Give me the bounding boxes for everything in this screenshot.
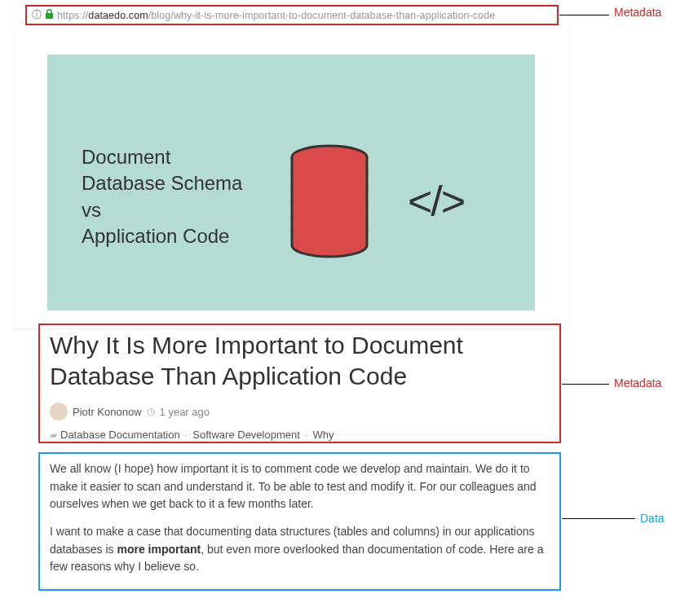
hero-text: Document Database Schema vs Application … bbox=[82, 144, 242, 250]
article-title: Why It Is More Important to Document Dat… bbox=[50, 330, 550, 391]
connector-line bbox=[559, 15, 609, 15]
byline: Piotr Kononow ◷ 1 year ago bbox=[50, 403, 550, 420]
tag-icon: ▰ bbox=[50, 429, 57, 441]
paragraph: We all know (I hope) how important it is… bbox=[50, 460, 550, 513]
publish-time: 1 year ago bbox=[160, 406, 210, 418]
tag-link[interactable]: Database Documentation bbox=[60, 429, 180, 441]
annotation-label-data: Data bbox=[640, 512, 665, 525]
tags-row: ▰ Database Documentation · Software Deve… bbox=[50, 429, 550, 441]
connector-line bbox=[562, 384, 609, 385]
lock-icon bbox=[45, 9, 54, 21]
database-icon bbox=[285, 144, 373, 258]
article-body: We all know (I hope) how important it is… bbox=[38, 452, 561, 591]
author-name[interactable]: Piotr Kononow bbox=[73, 406, 142, 418]
avatar bbox=[50, 403, 68, 420]
paragraph: I want to make a case that documenting d… bbox=[50, 523, 550, 576]
tag-link[interactable]: Software Development bbox=[192, 429, 300, 441]
article-card: Document Database Schema vs Application … bbox=[15, 29, 569, 328]
hero-banner: Document Database Schema vs Application … bbox=[47, 55, 535, 310]
connector-line bbox=[562, 518, 635, 519]
annotation-label-metadata: Metadata bbox=[614, 6, 661, 19]
info-icon[interactable]: ⓘ bbox=[32, 8, 42, 22]
annotation-label-metadata: Metadata bbox=[614, 376, 661, 389]
article-metadata: Why It Is More Important to Document Dat… bbox=[38, 323, 561, 443]
url-text: https://dataedo.com/blog/why-it-is-more-… bbox=[57, 10, 495, 21]
tag-link[interactable]: Why bbox=[312, 429, 334, 441]
code-bracket-icon: </> bbox=[408, 177, 464, 226]
clock-icon: ◷ bbox=[147, 406, 155, 417]
url-bar[interactable]: ⓘ https://dataedo.com/blog/why-it-is-mor… bbox=[25, 5, 559, 25]
